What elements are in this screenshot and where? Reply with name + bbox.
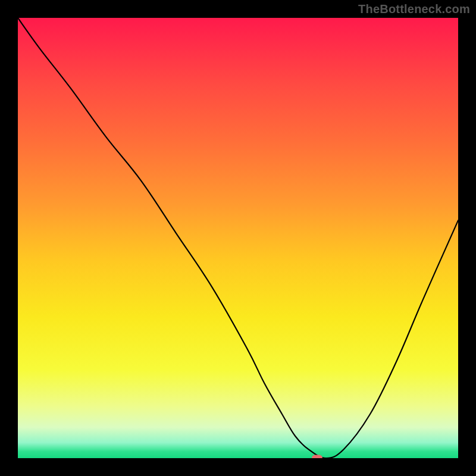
plot-area xyxy=(18,18,458,458)
watermark-text: TheBottleneck.com xyxy=(358,2,470,16)
chart-frame: TheBottleneck.com xyxy=(0,0,476,476)
bottleneck-curve-path xyxy=(18,18,458,458)
optimal-point-marker xyxy=(312,455,322,459)
curve-layer xyxy=(18,18,458,458)
